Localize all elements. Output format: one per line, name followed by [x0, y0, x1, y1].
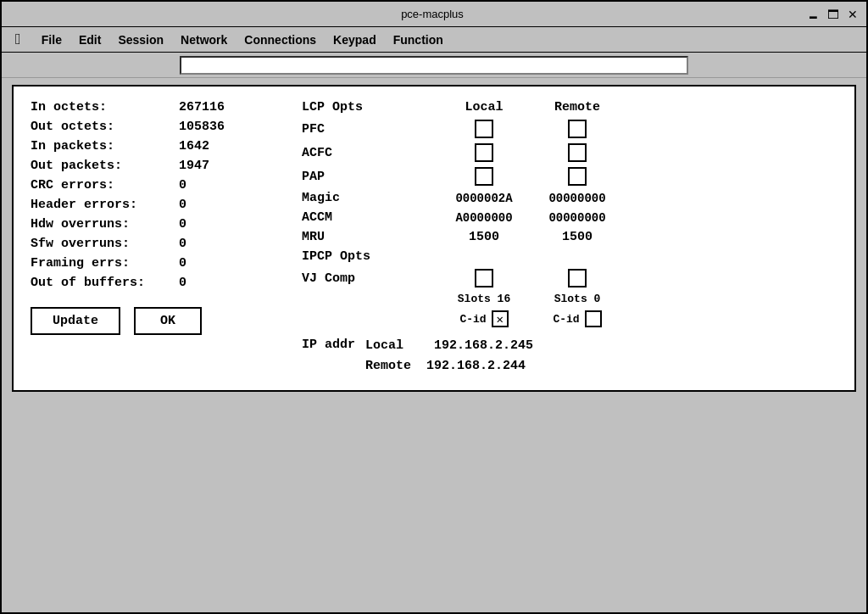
menu-network[interactable]: Network: [174, 31, 234, 48]
menu-session[interactable]: Session: [111, 31, 170, 48]
main-window: pce-macplus 🗕 🗖 ✕  File Edit Session Ne…: [0, 0, 868, 614]
ip-remote-value: 192.168.2.244: [426, 359, 526, 373]
out-packets-value: 1947: [179, 159, 209, 173]
in-packets-label: In packets:: [31, 139, 179, 154]
pap-label: PAP: [302, 170, 437, 184]
ip-remote-row: Remote 192.168.2.244: [365, 356, 533, 377]
pfc-remote-box[interactable]: [568, 120, 587, 138]
acfc-remote-box[interactable]: [568, 143, 587, 162]
mru-remote-value: 1500: [531, 230, 624, 244]
menu-keypad[interactable]: Keypad: [326, 31, 383, 48]
sfw-overruns-label: Sfw overruns:: [31, 237, 179, 251]
ok-button[interactable]: OK: [134, 307, 202, 335]
pfc-row: PFC: [302, 120, 837, 138]
magic-local-value: 0000002A: [437, 192, 531, 205]
ip-local-row: Local 192.168.2.245: [365, 336, 533, 356]
lcp-remote-header: Remote: [531, 100, 624, 114]
pfc-remote-checkbox[interactable]: [531, 120, 624, 138]
address-bar[interactable]: [180, 56, 688, 75]
crc-errors-row: CRC errors: 0: [31, 178, 285, 193]
crc-errors-value: 0: [179, 178, 186, 193]
cid-row: C-id C-id: [302, 310, 837, 327]
vj-local-checkbox[interactable]: [437, 269, 531, 287]
framing-errs-value: 0: [179, 256, 186, 271]
menu-connections[interactable]: Connections: [237, 31, 323, 48]
mru-label: MRU: [302, 230, 437, 244]
accm-local-value: A0000000: [437, 211, 531, 225]
vj-comp-label: VJ Comp: [302, 271, 437, 286]
vj-comp-row: VJ Comp: [302, 269, 837, 287]
pfc-local-checkbox[interactable]: [437, 120, 531, 138]
pap-row: PAP: [302, 167, 837, 186]
pap-remote-checkbox[interactable]: [531, 167, 624, 186]
stats-panel: In octets: 267116 Out octets: 105836 In …: [31, 100, 285, 377]
mru-local-value: 1500: [437, 230, 531, 244]
ip-addr-section: IP addr Local 192.168.2.245 Remote 192.1…: [302, 336, 837, 377]
magic-label: Magic: [302, 191, 437, 205]
top-bar: [2, 53, 866, 78]
maximize-button[interactable]: 🗖: [826, 8, 841, 21]
framing-errs-row: Framing errs: 0: [31, 256, 285, 271]
minimize-button[interactable]: 🗕: [805, 8, 821, 21]
cid-remote-label: C-id: [553, 313, 579, 326]
menu-function[interactable]: Function: [387, 31, 450, 48]
vj-local-box[interactable]: [475, 269, 493, 287]
cid-local-checkbox[interactable]: [492, 310, 509, 327]
cid-remote-cell: C-id: [531, 310, 624, 327]
acfc-local-checkbox[interactable]: [437, 143, 531, 162]
menu-edit[interactable]: Edit: [72, 31, 108, 48]
title-bar: pce-macplus 🗕 🗖 ✕: [2, 2, 866, 27]
in-packets-value: 1642: [179, 139, 209, 154]
lcp-opts-header: LCP Opts: [302, 100, 437, 114]
in-octets-value: 267116: [179, 100, 225, 114]
out-octets-row: Out octets: 105836: [31, 120, 285, 134]
vj-remote-checkbox[interactable]: [531, 269, 624, 287]
out-buffers-label: Out of buffers:: [31, 276, 179, 290]
accm-remote-value: 00000000: [531, 211, 624, 225]
lcp-ipcp-panel: LCP Opts Local Remote PFC ACFC: [285, 100, 837, 377]
window-title: pce-macplus: [59, 8, 805, 20]
ip-remote-label: Remote: [365, 359, 411, 373]
lcp-header-row: LCP Opts Local Remote: [302, 100, 837, 114]
button-row: Update OK: [31, 307, 285, 335]
slots-remote-value: 0: [594, 293, 601, 305]
ip-addr-label: IP addr: [302, 336, 355, 352]
crc-errors-label: CRC errors:: [31, 178, 179, 193]
cid-remote-checkbox[interactable]: [585, 310, 602, 327]
pap-local-checkbox[interactable]: [437, 167, 531, 186]
in-packets-row: In packets: 1642: [31, 139, 285, 154]
in-octets-row: In octets: 267116: [31, 100, 285, 114]
cid-local-cell: C-id: [437, 310, 531, 327]
pap-local-box[interactable]: [475, 167, 493, 186]
framing-errs-label: Framing errs:: [31, 256, 179, 271]
magic-row: Magic 0000002A 00000000: [302, 191, 837, 205]
dialog-body: In octets: 267116 Out octets: 105836 In …: [31, 100, 837, 377]
pfc-label: PFC: [302, 122, 437, 137]
acfc-remote-checkbox[interactable]: [531, 143, 624, 162]
accm-row: ACCM A0000000 00000000: [302, 210, 837, 225]
header-errors-label: Header errors:: [31, 198, 179, 212]
sfw-overruns-value: 0: [179, 237, 186, 251]
slots-remote-label: Slots: [554, 293, 587, 305]
lcp-local-header: Local: [437, 100, 531, 114]
mru-row: MRU 1500 1500: [302, 230, 837, 244]
close-button[interactable]: ✕: [846, 8, 860, 21]
acfc-label: ACFC: [302, 146, 437, 160]
apple-menu[interactable]: : [8, 31, 31, 48]
in-octets-label: In octets:: [31, 100, 179, 114]
out-octets-label: Out octets:: [31, 120, 179, 134]
slots-local-cell: Slots 16: [437, 293, 531, 305]
update-button[interactable]: Update: [31, 307, 120, 335]
slots-remote-cell: Slots 0: [531, 293, 624, 305]
magic-remote-value: 00000000: [531, 192, 624, 205]
pap-remote-box[interactable]: [568, 167, 587, 186]
vj-remote-box[interactable]: [568, 269, 587, 287]
menu-file[interactable]: File: [35, 31, 69, 48]
out-buffers-value: 0: [179, 276, 186, 290]
sfw-overruns-row: Sfw overruns: 0: [31, 237, 285, 251]
acfc-local-box[interactable]: [475, 143, 493, 162]
pfc-local-box[interactable]: [475, 120, 493, 138]
out-buffers-row: Out of buffers: 0: [31, 276, 285, 290]
ip-local-label: Local: [365, 338, 403, 353]
slots-row: Slots 16 Slots 0: [302, 293, 837, 305]
